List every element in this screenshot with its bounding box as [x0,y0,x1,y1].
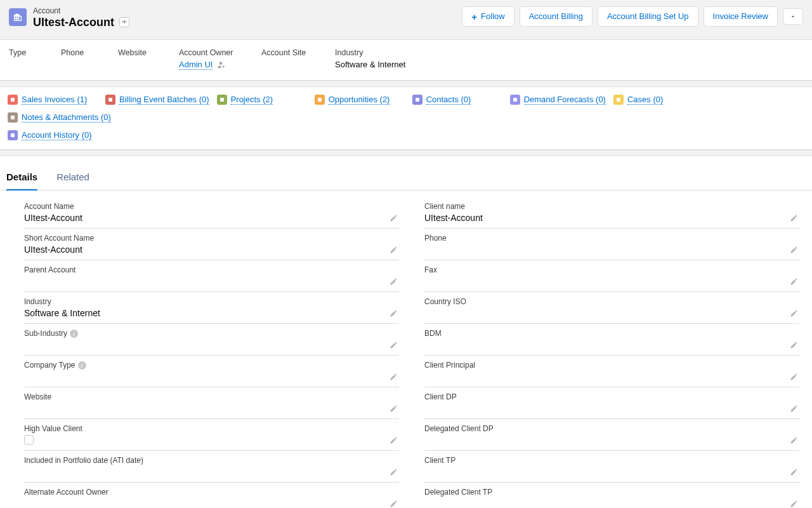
edit-pencil-icon[interactable] [790,468,798,478]
quicklinks-row-2: Account History (0) [6,128,806,143]
edit-pencil-icon[interactable] [390,246,398,256]
field-client-principal: Client Principal [424,356,799,387]
quicklink-opportunities-link[interactable]: Opportunities (2) [329,95,390,105]
field-sub-industry: Sub-Industryi [24,324,399,356]
field-delegated-client-tp-value [424,498,799,508]
edit-pencil-icon[interactable] [390,436,398,446]
field-bdm-value [424,340,799,351]
edit-pencil-icon[interactable] [790,373,798,383]
tab-related[interactable]: Related [56,165,89,190]
quicklink-sales-invoices: Sales Invoices (1) [6,92,99,107]
edit-pencil-icon[interactable] [390,468,398,478]
quicklink-opportunities: Opportunities (2) [313,92,406,107]
field-delegated-client-dp: Delegated Client DP [424,419,799,451]
highlights-panel: Type Phone Website Account Owner Admin U… [0,40,812,81]
field-client-tp-value [424,467,799,478]
highlight-owner: Account Owner Admin UI [179,48,261,70]
account-billing-setup-button[interactable]: Account Billing Set Up [598,6,698,27]
field-industry: IndustrySoftware & Internet [24,292,399,324]
field-short-account-name: Short Account NameUItest-Account [24,229,399,260]
header-actions: + Follow Account Billing Account Billing… [462,6,803,27]
field-phone-value [424,244,799,256]
field-short-account-name-label: Short Account Name [24,234,399,243]
field-alt-owner-label: Alternate Account Owner [24,488,399,497]
field-company-type-value [24,371,399,383]
page-title: UItest-Account [33,15,114,29]
edit-pencil-icon[interactable] [790,246,798,256]
highlight-type: Type [9,48,61,70]
field-fax-value [424,276,799,288]
field-bdm-label: BDM [424,329,799,338]
quicklink-cases-link[interactable]: Cases (0) [627,95,663,105]
info-icon[interactable]: i [70,330,78,338]
highlight-site: Account Site [261,48,335,70]
checkbox-high-value-client[interactable] [24,435,34,444]
field-short-account-name-value: UItest-Account [24,244,399,256]
field-website: Website [24,387,399,419]
highlight-industry-label: Industry [335,48,436,57]
invoice-review-button[interactable]: Invoice Review [704,6,778,27]
edit-pencil-icon[interactable] [390,373,398,383]
field-website-label: Website [24,392,399,401]
field-fax-label: Fax [424,265,799,274]
field-client-dp: Client DP [424,387,799,419]
field-client-tp-label: Client TP [424,456,799,465]
quicklink-notes-attachments-link[interactable]: Notes & Attachments (0) [22,112,111,123]
quicklink-billing-event-batches-link[interactable]: Billing Event Batches (0) [119,95,209,105]
more-actions-button[interactable] [783,8,803,25]
change-owner-icon[interactable] [216,60,225,69]
field-industry-value: Software & Internet [24,308,399,319]
field-phone: Phone [424,229,799,260]
edit-pencil-icon[interactable] [790,404,798,415]
edit-pencil-icon[interactable] [390,500,398,508]
edit-pencil-icon[interactable] [790,277,798,288]
edit-pencil-icon[interactable] [390,341,398,351]
follow-button[interactable]: + Follow [462,6,514,27]
svg-rect-1 [108,98,112,102]
svg-rect-0 [11,98,15,102]
notes-attachments-icon [8,112,18,123]
account-billing-button[interactable]: Account Billing [520,6,593,27]
edit-pencil-icon[interactable] [790,341,798,351]
edit-pencil-icon[interactable] [390,404,398,415]
svg-rect-3 [318,98,322,102]
field-bdm: BDM [424,324,799,356]
quicklink-account-history-link[interactable]: Account History (0) [22,130,92,140]
quicklink-sales-invoices-link[interactable]: Sales Invoices (1) [22,95,87,105]
field-high-value-client-value [24,435,399,446]
highlight-phone-label: Phone [61,48,118,57]
quicklinks-row-1: Sales Invoices (1)Billing Event Batches … [6,92,806,125]
edit-pencil-icon[interactable] [790,500,798,508]
field-fax: Fax [424,260,799,292]
sales-invoices-icon [8,95,18,105]
edit-pencil-icon[interactable] [790,309,798,319]
plus-icon: + [471,12,477,22]
edit-pencil-icon[interactable] [790,214,798,224]
section-gap-2 [0,150,812,156]
quicklink-demand-forecasts-link[interactable]: Demand Forecasts (0) [524,95,606,105]
field-phone-label: Phone [424,234,799,243]
info-icon[interactable]: i [78,361,86,370]
field-alt-owner: Alternate Account Owner [24,483,399,508]
owner-link[interactable]: Admin UI [179,60,213,70]
quicklink-projects-link[interactable]: Projects (2) [231,95,273,105]
related-quicklinks: Sales Invoices (1)Billing Event Batches … [0,87,812,150]
svg-rect-6 [617,98,620,102]
quicklink-cases: Cases (0) [612,92,705,107]
edit-pencil-icon[interactable] [390,277,398,288]
svg-rect-4 [416,98,419,102]
highlight-owner-label: Account Owner [179,48,261,57]
field-client-principal-label: Client Principal [424,361,799,370]
quicklink-contacts-link[interactable]: Contacts (0) [426,95,471,105]
edit-pencil-icon[interactable] [790,436,798,446]
edit-pencil-icon[interactable] [390,309,398,319]
details-panel: Account NameUItest-AccountShort Account … [0,190,812,508]
field-company-type: Company Typei [24,356,399,387]
hierarchy-icon[interactable] [119,17,129,27]
record-tabs: Details Related [0,165,812,190]
tab-details[interactable]: Details [6,165,37,190]
edit-pencil-icon[interactable] [390,214,398,224]
field-portfolio-date-value [24,467,399,478]
follow-button-label: Follow [481,11,505,22]
contacts-icon [412,95,422,105]
